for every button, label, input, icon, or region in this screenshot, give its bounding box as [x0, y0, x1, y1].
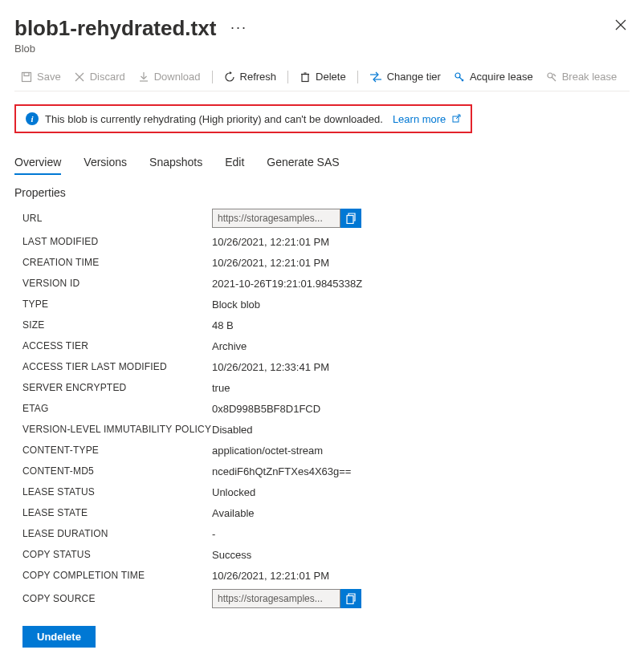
- properties-heading: Properties: [14, 186, 630, 199]
- close-icon: [615, 19, 626, 30]
- tabs: Overview Versions Snapshots Edit Generat…: [14, 151, 630, 175]
- prop-content-md5-label: CONTENT-MD5: [14, 465, 212, 477]
- change-tier-icon: [369, 71, 382, 83]
- svg-line-17: [552, 77, 556, 81]
- prop-lease-status-value: Unlocked: [212, 486, 255, 498]
- prop-lease-duration-value: -: [212, 528, 215, 540]
- prop-content-type-value: application/octet-stream: [212, 445, 323, 457]
- delete-button[interactable]: Delete: [293, 69, 353, 84]
- download-icon: [138, 71, 149, 83]
- prop-version-id-value: 2021-10-26T19:21:01.9845338Z: [212, 278, 362, 290]
- prop-lease-state-label: LEASE STATE: [14, 507, 212, 518]
- copy-icon: [346, 593, 357, 604]
- banner-text: This blob is currently rehydrating (High…: [45, 113, 383, 125]
- prop-immutability-label: VERSION-LEVEL IMMUTABILITY POLICY: [14, 424, 212, 435]
- refresh-button[interactable]: Refresh: [218, 69, 283, 84]
- prop-access-tier-label: ACCESS TIER: [14, 340, 212, 351]
- prop-lease-duration-label: LEASE DURATION: [14, 528, 212, 539]
- prop-server-encrypted-label: SERVER ENCRYPTED: [14, 382, 212, 393]
- tab-snapshots[interactable]: Snapshots: [149, 151, 202, 175]
- svg-rect-21: [347, 216, 353, 224]
- prop-atlm-label: ACCESS TIER LAST MODIFIED: [14, 361, 212, 372]
- tab-edit[interactable]: Edit: [225, 151, 244, 175]
- prop-etag-label: ETAG: [14, 403, 212, 414]
- svg-line-18: [553, 74, 556, 76]
- prop-last-modified-label: LAST MODIFIED: [14, 236, 212, 247]
- prop-content-type-label: CONTENT-TYPE: [14, 445, 212, 456]
- prop-version-id-label: VERSION ID: [14, 278, 212, 289]
- download-button: Download: [132, 69, 207, 84]
- discard-button: Discard: [67, 69, 132, 84]
- properties-grid: URL https://storagesamples... LAST MODIF…: [14, 205, 630, 611]
- copy-source-button[interactable]: [340, 589, 361, 608]
- prop-copy-status-label: COPY STATUS: [14, 549, 212, 560]
- page-subtitle: Blob: [14, 43, 612, 55]
- svg-rect-2: [22, 72, 31, 81]
- refresh-icon: [224, 71, 235, 83]
- discard-icon: [74, 71, 85, 83]
- svg-rect-8: [302, 74, 308, 81]
- change-tier-button[interactable]: Change tier: [363, 69, 447, 84]
- close-button[interactable]: [612, 16, 630, 36]
- copy-icon: [346, 213, 357, 224]
- break-lease-button: Break lease: [540, 69, 624, 84]
- prop-lease-status-label: LEASE STATUS: [14, 486, 212, 498]
- prop-content-md5-value: ncediF6hQtZnFTXes4X63g==: [212, 465, 351, 477]
- prop-etag-value: 0x8D998B5BF8D1FCD: [212, 403, 320, 415]
- delete-icon: [300, 71, 311, 83]
- svg-rect-22: [347, 596, 353, 604]
- more-icon[interactable]: ···: [230, 20, 247, 35]
- prop-atlm-value: 10/26/2021, 12:33:41 PM: [212, 361, 329, 373]
- break-lease-icon: [546, 71, 557, 83]
- prop-size-value: 48 B: [212, 319, 234, 331]
- acquire-lease-icon: [454, 71, 465, 83]
- url-value[interactable]: https://storagesamples...: [212, 209, 340, 228]
- prop-url-label: URL: [14, 213, 212, 224]
- prop-copy-status-value: Success: [212, 549, 251, 561]
- prop-last-modified-value: 10/26/2021, 12:21:01 PM: [212, 236, 329, 248]
- page-title: blob1-rehydrated.txt: [14, 16, 216, 41]
- copy-source-value[interactable]: https://storagesamples...: [212, 589, 340, 608]
- save-button: Save: [14, 69, 67, 84]
- info-banner: i This blob is currently rehydrating (Hi…: [19, 109, 467, 128]
- prop-creation-time-value: 10/26/2021, 12:21:01 PM: [212, 257, 329, 269]
- tab-versions[interactable]: Versions: [84, 151, 127, 175]
- acquire-lease-button[interactable]: Acquire lease: [447, 69, 540, 84]
- info-icon: i: [26, 112, 39, 125]
- prop-immutability-value: Disabled: [212, 424, 253, 436]
- external-link-icon: [452, 113, 461, 125]
- learn-more-link[interactable]: Learn more: [393, 113, 446, 125]
- prop-copy-completion-value: 10/26/2021, 12:21:01 PM: [212, 570, 329, 582]
- svg-rect-3: [24, 72, 29, 75]
- prop-creation-time-label: CREATION TIME: [14, 257, 212, 268]
- prop-server-encrypted-value: true: [212, 382, 230, 394]
- prop-size-label: SIZE: [14, 319, 212, 331]
- prop-copy-completion-label: COPY COMPLETION TIME: [14, 570, 212, 581]
- prop-type-value: Block blob: [212, 299, 260, 311]
- prop-access-tier-value: Archive: [212, 340, 247, 352]
- tab-generate-sas[interactable]: Generate SAS: [267, 151, 339, 175]
- prop-copy-source-label: COPY SOURCE: [14, 593, 212, 604]
- info-banner-highlight: i This blob is currently rehydrating (Hi…: [14, 104, 472, 133]
- save-icon: [21, 71, 32, 83]
- undelete-button[interactable]: Undelete: [22, 626, 96, 648]
- prop-type-label: TYPE: [14, 299, 212, 310]
- tab-overview[interactable]: Overview: [14, 151, 61, 175]
- toolbar: Save Discard Download Refresh Delete Cha…: [14, 69, 630, 91]
- copy-url-button[interactable]: [340, 209, 361, 228]
- prop-lease-state-value: Available: [212, 507, 255, 519]
